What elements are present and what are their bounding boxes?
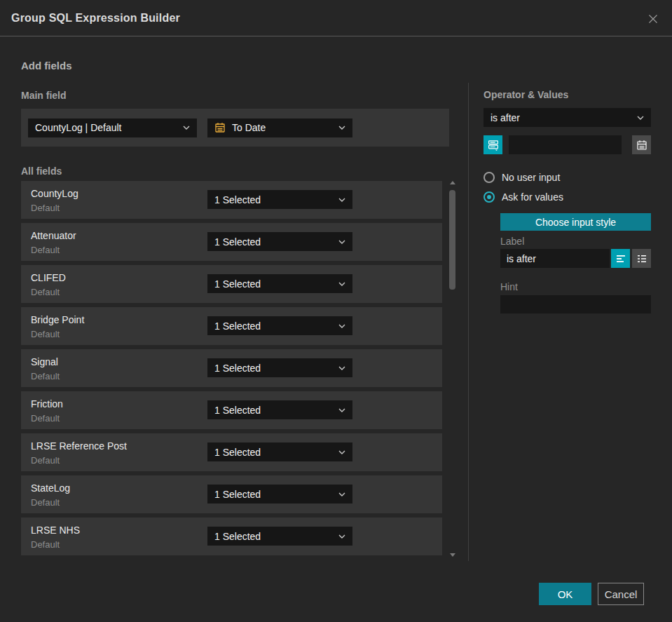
hint-input[interactable]: [500, 295, 651, 313]
operator-dropdown-value: is after: [491, 112, 520, 123]
scrollbar-down-arrow-icon[interactable]: [450, 553, 455, 557]
value-date-picker-button[interactable]: [632, 135, 651, 154]
field-name: LRSE NHS: [31, 525, 80, 536]
ok-button[interactable]: OK: [539, 583, 591, 605]
dialog-title: Group SQL Expression Builder: [11, 0, 180, 36]
field-row: CountyLog Default 1 Selected: [21, 181, 442, 219]
choose-input-style-button[interactable]: Choose input style: [500, 213, 651, 231]
field-name: Bridge Point: [31, 314, 84, 325]
cancel-button[interactable]: Cancel: [598, 583, 644, 605]
field-selected-value: 1 Selected: [214, 194, 261, 205]
field-selected-dropdown[interactable]: 1 Selected: [207, 316, 352, 335]
add-fields-heading: Add fields: [21, 60, 72, 72]
chevron-down-icon: [338, 534, 345, 539]
chevron-down-icon: [338, 240, 345, 244]
field-row: LRSE Reference Post Default 1 Selected: [21, 433, 442, 471]
chevron-down-icon: [637, 116, 644, 120]
main-field-panel: CountyLog | Default To Date: [21, 109, 449, 147]
field-subtitle: Default: [31, 497, 60, 508]
field-selected-dropdown[interactable]: 1 Selected: [207, 190, 352, 209]
field-subtitle: Default: [31, 203, 60, 213]
chevron-down-icon: [338, 450, 345, 454]
label-input-row: [500, 249, 651, 268]
main-field-dropdown[interactable]: CountyLog | Default: [28, 119, 197, 137]
chevron-down-icon: [338, 408, 345, 412]
field-row: StateLog Default 1 Selected: [21, 475, 442, 513]
operator-dropdown[interactable]: is after: [484, 108, 651, 127]
field-selected-dropdown[interactable]: 1 Selected: [207, 485, 352, 503]
field-row: Signal Default 1 Selected: [21, 349, 442, 387]
field-subtitle: Default: [31, 539, 60, 550]
field-list-scrollbar: [448, 180, 457, 558]
field-selected-value: 1 Selected: [214, 531, 261, 542]
field-selected-dropdown[interactable]: 1 Selected: [207, 274, 352, 293]
field-selected-dropdown[interactable]: 1 Selected: [207, 442, 352, 461]
align-left-icon: [615, 253, 626, 264]
field-name: LRSE Reference Post: [31, 440, 127, 452]
field-subtitle: Default: [31, 287, 60, 297]
field-subtitle: Default: [31, 371, 60, 381]
chevron-down-icon: [338, 126, 345, 130]
operator-values-panel: is after No user input Ask for values Ch…: [484, 108, 651, 127]
field-selected-value: 1 Selected: [214, 320, 261, 332]
field-selected-dropdown[interactable]: 1 Selected: [207, 358, 352, 377]
main-date-dropdown[interactable]: To Date: [207, 119, 352, 137]
chevron-down-icon: [338, 366, 345, 370]
label-caption: Label: [500, 236, 524, 247]
chevron-down-icon: [338, 282, 345, 286]
field-row: Friction Default 1 Selected: [21, 391, 442, 429]
field-name: CLIFED: [31, 272, 66, 283]
field-selected-value: 1 Selected: [214, 278, 261, 290]
field-name: Signal: [31, 356, 58, 367]
main-field-heading: Main field: [21, 90, 67, 101]
all-fields-list: CountyLog Default 1 Selected Attenuator …: [21, 181, 442, 560]
field-selected-value: 1 Selected: [214, 489, 261, 500]
column-divider: [468, 83, 469, 561]
field-subtitle: Default: [31, 413, 60, 424]
field-selected-value: 1 Selected: [214, 236, 261, 248]
bullet-list-icon: [636, 253, 647, 264]
scrollbar-up-arrow-icon[interactable]: [450, 181, 455, 184]
scrollbar-thumb[interactable]: [449, 190, 455, 290]
field-selected-dropdown[interactable]: 1 Selected: [207, 400, 352, 419]
label-input[interactable]: [500, 249, 610, 268]
chevron-down-icon: [338, 492, 345, 496]
chevron-down-icon: [338, 198, 345, 202]
field-row: Bridge Point Default 1 Selected: [21, 307, 442, 345]
field-name: Attenuator: [31, 230, 76, 241]
dialog-title-bar: Group SQL Expression Builder: [0, 0, 672, 36]
value-input[interactable]: [509, 135, 622, 154]
field-row: LRSE NHS Default 1 Selected: [21, 518, 442, 555]
chevron-down-icon: [338, 324, 345, 328]
field-selected-dropdown[interactable]: 1 Selected: [207, 232, 352, 251]
field-selected-dropdown[interactable]: 1 Selected: [207, 527, 352, 546]
all-fields-heading: All fields: [21, 165, 62, 177]
ask-for-values-label: Ask for values: [502, 191, 563, 203]
value-source-button[interactable]: [484, 135, 502, 154]
stacked-inputs-icon: [488, 140, 499, 151]
hint-caption: Hint: [500, 281, 518, 292]
main-date-dropdown-value: To Date: [232, 122, 266, 133]
field-subtitle: Default: [31, 329, 60, 339]
chevron-down-icon: [183, 126, 190, 130]
no-user-input-label: No user input: [502, 172, 560, 183]
close-icon[interactable]: [647, 13, 659, 25]
radio-circle-icon: [484, 172, 495, 183]
field-name: StateLog: [31, 482, 70, 494]
ask-for-values-radio[interactable]: Ask for values: [484, 191, 563, 203]
no-user-input-radio[interactable]: No user input: [484, 172, 560, 183]
single-value-style-button[interactable]: [611, 249, 630, 268]
field-row: Attenuator Default 1 Selected: [21, 223, 442, 261]
field-selected-value: 1 Selected: [214, 363, 261, 374]
operator-values-heading: Operator & Values: [484, 89, 568, 100]
field-selected-value: 1 Selected: [214, 447, 261, 458]
calendar-icon: [636, 140, 647, 151]
field-selected-value: 1 Selected: [214, 405, 261, 416]
field-name: CountyLog: [31, 188, 78, 199]
calendar-icon: [214, 122, 226, 133]
radio-circle-icon: [484, 191, 495, 203]
field-subtitle: Default: [31, 455, 60, 466]
field-name: Friction: [31, 398, 63, 410]
value-input-row: [484, 135, 651, 154]
list-style-button[interactable]: [632, 249, 651, 268]
